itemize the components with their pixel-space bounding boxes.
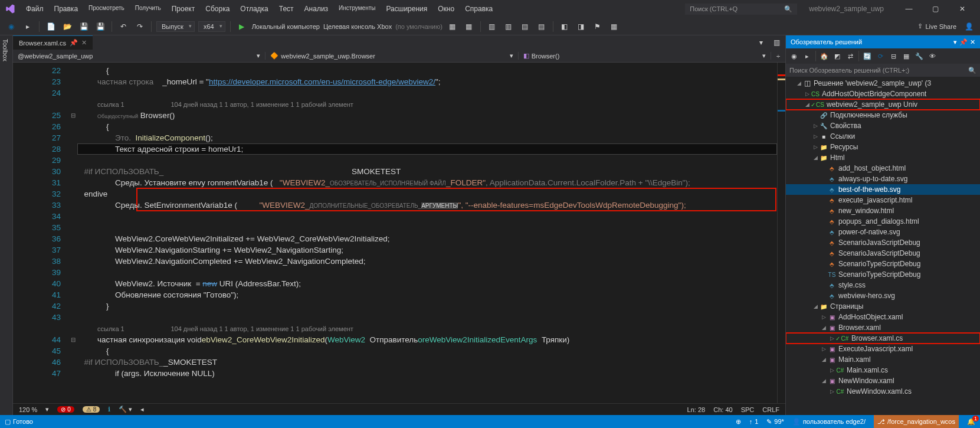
tree-item[interactable]: ▷▣AddHostObject.xaml bbox=[786, 312, 980, 322]
tb-icon-5[interactable]: ▤ bbox=[519, 20, 532, 33]
sol-sync[interactable]: 🔄 bbox=[861, 50, 873, 62]
tree-item[interactable]: ⬘popups_and_dialogs.html bbox=[786, 216, 980, 227]
panel-dropdown-icon[interactable]: ▾ bbox=[953, 38, 957, 46]
menu-сборка[interactable]: Сборка bbox=[201, 2, 234, 15]
tree-item[interactable]: ⬘ScenarioTypeScriptDebug bbox=[786, 259, 980, 269]
menu-тест[interactable]: Тест bbox=[274, 2, 299, 15]
menu-проект[interactable]: Проект bbox=[167, 2, 200, 15]
save-all-button[interactable]: 💾 bbox=[94, 20, 107, 33]
eol-mode[interactable]: CRLF bbox=[762, 406, 779, 413]
menu-правка[interactable]: Правка bbox=[50, 2, 83, 15]
solution-title-bar[interactable]: Обозреватель решений ▾ 📌 ✕ bbox=[786, 35, 980, 48]
indent-mode[interactable]: SPC bbox=[741, 406, 755, 413]
tree-item[interactable]: ◢📁Html bbox=[786, 152, 980, 163]
nav-back-button[interactable]: ◉ bbox=[5, 20, 18, 33]
tree-item[interactable]: ◢📁Страницы bbox=[786, 301, 980, 312]
sol-preview[interactable]: 👁 bbox=[926, 50, 938, 62]
overview-ruler[interactable] bbox=[777, 63, 785, 403]
sol-pending[interactable]: ⇄ bbox=[844, 50, 856, 62]
pending-changes[interactable]: ↑ 1 bbox=[749, 418, 759, 425]
tree-item[interactable]: ▷■Ссылки bbox=[786, 131, 980, 142]
tree-item[interactable]: ⬘new_window.html bbox=[786, 205, 980, 216]
info-icon[interactable]: ℹ bbox=[108, 406, 110, 413]
source-control-add[interactable]: ⊕ bbox=[736, 418, 741, 426]
sol-props[interactable]: 🔧 bbox=[913, 50, 925, 62]
tree-item[interactable]: ⬘add_host_object.html bbox=[786, 163, 980, 174]
notifications-button[interactable]: 🔔1 bbox=[967, 418, 975, 426]
global-search-input[interactable]: Поиск (CTRL+Q 🔍 bbox=[685, 4, 797, 15]
sol-showall[interactable]: ▦ bbox=[900, 50, 912, 62]
menu-файл[interactable]: Файл bbox=[21, 2, 48, 15]
error-count[interactable]: ⊘ 0 bbox=[57, 406, 74, 413]
tb-icon-7[interactable]: ◧ bbox=[558, 20, 571, 33]
nav-split[interactable]: ÷ bbox=[771, 50, 785, 63]
menu-просмотреть[interactable]: Просмотреть bbox=[84, 2, 129, 15]
tb-icon-10[interactable]: ▦ bbox=[608, 20, 621, 33]
panel-close-icon[interactable]: ✕ bbox=[970, 38, 975, 46]
nav-fwd-button[interactable]: ▸ bbox=[21, 20, 34, 33]
close-tab-icon[interactable]: ✕ bbox=[81, 39, 87, 47]
open-button[interactable]: 📂 bbox=[61, 20, 74, 33]
tree-item[interactable]: ⬘always-up-to-date.svg bbox=[786, 174, 980, 184]
git-user[interactable]: 👤 пользователь edge2/ bbox=[792, 418, 866, 426]
tree-item[interactable]: ◢▣Main.xaml bbox=[786, 354, 980, 365]
commits-ahead[interactable]: ✎ 99* bbox=[766, 418, 784, 426]
window-split[interactable]: ▥ bbox=[770, 36, 783, 49]
close-button[interactable]: ✕ bbox=[949, 0, 975, 18]
start-target-label[interactable]: Локальный компьютер bbox=[252, 23, 320, 30]
feedback-button[interactable]: 👤 bbox=[962, 20, 975, 33]
menu-окно[interactable]: Окно bbox=[433, 2, 459, 15]
warning-count[interactable]: ⚠ 8 bbox=[83, 406, 100, 413]
sol-refresh[interactable]: ⟳ bbox=[874, 50, 886, 62]
solution-tree[interactable]: ◢◫ Решение 'webview2_sample_uwp' (3 ▷CSA… bbox=[786, 77, 980, 415]
config-select[interactable]: Выпуск bbox=[156, 21, 195, 32]
sol-fwd[interactable]: ▸ bbox=[801, 50, 813, 62]
sol-home[interactable]: 🏠 bbox=[818, 50, 830, 62]
tree-item[interactable]: ▷C#Main.xaml.cs bbox=[786, 365, 980, 375]
nav-member[interactable]: ◧ Browser() ▾ bbox=[519, 52, 771, 60]
tree-item[interactable]: ▷📁Ресурсы bbox=[786, 142, 980, 152]
panel-pin-icon[interactable]: 📌 bbox=[959, 38, 968, 46]
tb-icon-8[interactable]: ◨ bbox=[575, 20, 588, 33]
sol-scope[interactable]: ◩ bbox=[831, 50, 843, 62]
tb-icon-9[interactable]: ⚑ bbox=[591, 20, 604, 33]
tree-item[interactable]: ◢✓CSwebview2_sample_uwp Univ bbox=[786, 99, 980, 110]
sol-back[interactable]: ◉ bbox=[788, 50, 800, 62]
zoom-level[interactable]: 120 % bbox=[19, 406, 37, 413]
nav-class[interactable]: 🔶 webview2_sample_uwp.Browser ▾ bbox=[266, 52, 518, 60]
menu-справка[interactable]: Справка bbox=[460, 2, 497, 15]
tree-item[interactable]: ⬘style.css bbox=[786, 280, 980, 290]
maximize-button[interactable]: ▢ bbox=[922, 0, 949, 18]
solution-root[interactable]: ◢◫ Решение 'webview2_sample_uwp' (3 bbox=[786, 78, 980, 89]
tab-browser-xaml-cs[interactable]: Browser.xaml.cs 📌 ✕ bbox=[13, 35, 93, 50]
live-share-button[interactable]: ⇪ Live Share bbox=[917, 22, 956, 30]
menu-инструменты[interactable]: Инструменты bbox=[334, 2, 380, 15]
tree-item[interactable]: 🔗Подключенные службы bbox=[786, 110, 980, 120]
tabs-dropdown[interactable]: ▾ bbox=[755, 36, 768, 49]
tb-icon-6[interactable]: ▤ bbox=[535, 20, 548, 33]
tree-item[interactable]: ▷🔧Свойства bbox=[786, 120, 980, 131]
tb-icon-2[interactable]: ▦ bbox=[463, 20, 476, 33]
menu-расширения[interactable]: Расширения bbox=[381, 2, 432, 15]
tree-item[interactable]: ▷▣ExecuteJavascript.xaml bbox=[786, 344, 980, 354]
tree-item[interactable]: ▷CSAddHostObjectBridgeComponent bbox=[786, 89, 980, 99]
solution-search-input[interactable]: Поиск Обозреватель решений (CTRL+;) 🔍 bbox=[786, 64, 980, 77]
tree-item[interactable]: TSScenarioTypeScriptDebug bbox=[786, 269, 980, 280]
scroll-left[interactable]: ◂ bbox=[140, 406, 144, 413]
tree-item[interactable]: ◢▣Browser.xaml bbox=[786, 322, 980, 333]
sol-collapse[interactable]: ⊟ bbox=[887, 50, 899, 62]
menu-получить[interactable]: Получить bbox=[130, 2, 166, 15]
tree-item[interactable]: ⬘webview-hero.svg bbox=[786, 290, 980, 301]
new-item-button[interactable]: 📄 bbox=[44, 20, 57, 33]
code-editor[interactable]: 2223242526272829303132333435363738394041… bbox=[13, 63, 785, 403]
tree-item[interactable]: ⬘ScenarioJavaScriptDebug bbox=[786, 248, 980, 259]
platform-select[interactable]: x64 bbox=[198, 21, 225, 32]
tree-item[interactable]: ⬘ScenarioJavaScriptDebug bbox=[786, 237, 980, 248]
tree-item[interactable]: ⬘execute_javascript.html bbox=[786, 195, 980, 205]
tree-item[interactable]: ⬘best-of-the-web.svg bbox=[786, 184, 980, 195]
nav-scope[interactable]: @webview2_sample_uwp ▾ bbox=[13, 52, 266, 60]
minimize-button[interactable]: — bbox=[896, 0, 922, 18]
pin-icon[interactable]: 📌 bbox=[70, 39, 78, 47]
build-icon[interactable]: 🔨 ▾ bbox=[119, 406, 132, 413]
start-debug-button[interactable]: ▶ bbox=[235, 20, 248, 33]
